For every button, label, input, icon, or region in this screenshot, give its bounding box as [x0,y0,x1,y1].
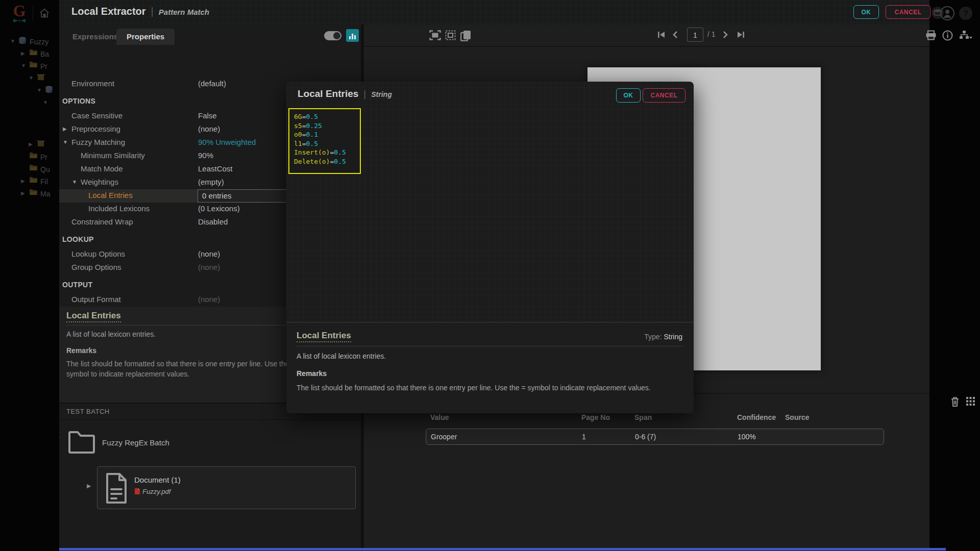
column-header-span[interactable]: Span [630,413,732,427]
local-entries-dialog: Local Entries|String OK CANCEL 6G=0.5s5=… [286,82,694,413]
result-row-grooper[interactable]: Grooper10-6 (7)100% [426,429,884,445]
document-file: Fuzzy.pdf [134,488,170,495]
batch-folder-icon[interactable] [67,429,96,455]
delete-results-icon[interactable] [951,397,959,407]
type-indicator: Type: String [644,333,682,341]
property-value[interactable]: (none) [198,249,220,258]
test-batch-label: TEST BATCH [66,408,110,415]
remarks-label: Remarks [66,346,96,355]
page-number-input[interactable]: 1 [687,28,703,42]
file-name: Fuzzy.pdf [142,488,170,495]
property-value[interactable]: (none) [198,124,220,133]
result-cell-span: 0-6 (7) [630,433,733,441]
first-page-icon[interactable] [657,31,666,38]
property-label: Case Sensitive [71,111,122,120]
window-cancel-button[interactable]: CANCEL [886,5,930,19]
viewer-toolbar: 1 / 1 [364,24,929,47]
property-value[interactable]: LeastCost [198,164,233,173]
title-separator: | [151,6,154,17]
expand-arrow-icon[interactable]: ▼ [59,435,61,441]
document-card[interactable]: Document (1) Fuzzy.pdf [97,466,356,509]
column-header-page-no[interactable]: Page No [577,413,630,427]
type-value: String [664,333,682,341]
property-value[interactable]: False [198,111,217,120]
property-label: Group Options [71,263,121,271]
result-cell-value: Grooper [426,433,577,441]
panel-toggle-switch[interactable] [324,31,341,40]
print-icon[interactable] [925,30,937,40]
entries-text-editor[interactable]: 6G=0.5s5=0.25o0=0.1l1=0.5Insert(o)=0.5De… [288,108,361,174]
property-label: Environment [71,79,114,88]
previous-page-icon[interactable] [673,31,678,38]
collapse-arrow-icon[interactable]: ▶ [63,126,67,132]
window-ok-button[interactable]: OK [853,5,879,19]
property-label: Preprocessing [71,124,120,133]
select-region-icon[interactable] [445,30,456,40]
property-value: 0 entries [202,191,232,200]
property-value[interactable]: (0 Lexicons) [198,204,240,213]
page-total: / 1 [707,30,716,38]
pdf-icon [134,488,140,495]
type-label: Type: [644,333,662,341]
property-value[interactable]: (none) [198,295,220,304]
expand-arrow-icon[interactable]: ▼ [72,179,77,185]
expand-arrow-icon[interactable]: ▶ [87,483,91,489]
diagnostics-chart-button[interactable] [346,29,359,42]
dialog-cancel-button[interactable]: CANCEL [643,88,685,103]
lexicon-entry-delete-o: Delete(o)=0.5 [294,157,355,166]
property-label: Weightings [81,178,118,186]
property-value[interactable]: 90% [198,151,213,160]
property-value[interactable]: Disabled [198,217,228,226]
dialog-ok-button[interactable]: OK [616,88,641,103]
tab-properties[interactable]: Properties [116,29,175,45]
bar-chart-icon [349,36,351,39]
property-label: Minimum Similarity [81,151,145,160]
document-icon [105,472,128,505]
remarks-text: The list should be formatted so that the… [297,383,674,393]
property-label: Lookup Options [71,249,125,258]
column-header-value[interactable]: Value [426,413,577,427]
window-title: Local Extractor|Pattern Match [71,6,209,17]
property-value[interactable]: (default) [198,79,226,88]
results-table: ValuePage NoSpanConfidenceSource Grooper… [426,413,884,445]
next-page-icon[interactable] [723,31,728,38]
pages-icon[interactable] [460,30,471,41]
last-page-icon[interactable] [737,31,745,38]
help-heading: Local Entries [66,311,121,322]
lexicon-entry-o0: o0=0.1 [294,130,355,139]
window-subtitle: Pattern Match [159,8,209,16]
window-titlebar: Local Extractor|Pattern Match OK CANCEL [59,0,929,24]
section-label: OUTPUT [62,281,92,289]
window-title-text: Local Extractor [71,6,146,17]
property-label: Constrained Wrap [71,217,133,226]
dialog-title: Local Entries|String [298,88,392,99]
property-label: Included Lexicons [88,204,150,213]
pagination: 1 / 1 [657,28,760,44]
property-value[interactable]: (none) [198,263,220,271]
remarks-label: Remarks [297,369,327,378]
help-heading: Local Entries [297,331,351,342]
section-label: OPTIONS [62,97,95,105]
property-label: Output Format [71,295,121,304]
lexicon-entry-l1: l1=0.5 [294,139,355,148]
lexicon-entry-6g: 6G=0.5 [294,112,355,121]
status-accent-bar [59,548,946,550]
property-label: Local Entries [88,191,133,199]
results-header: ValuePage NoSpanConfidenceSource [426,413,884,427]
expand-arrow-icon[interactable]: ▼ [63,139,68,145]
column-header-confidence[interactable]: Confidence [732,413,780,427]
property-value[interactable]: 90% Unweighted [198,138,256,146]
title-separator: | [363,88,366,99]
document-title: Document (1) [134,475,181,484]
column-grid-icon[interactable] [966,397,975,406]
divider [297,346,683,346]
remarks-text: The list should be formatted so that the… [66,359,302,379]
dialog-title-text: Local Entries [298,88,358,99]
fit-view-icon[interactable] [429,30,441,40]
dialog-help-panel: Local Entries Type: String A list of loc… [286,322,694,413]
info-icon[interactable] [942,30,953,41]
tree-view-icon[interactable] [959,30,972,40]
property-value[interactable]: (empty) [198,178,224,186]
column-header-source[interactable]: Source [780,413,884,427]
batch-root-label[interactable]: Fuzzy RegEx Batch [102,438,169,447]
